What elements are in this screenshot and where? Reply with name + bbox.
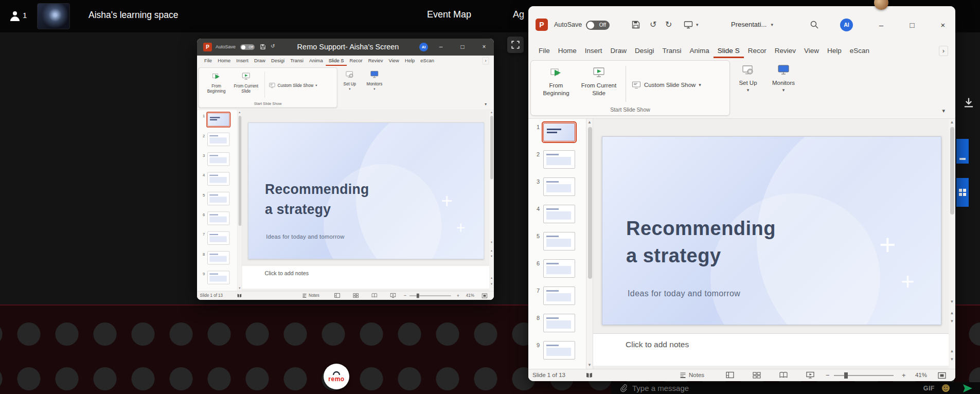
notes-scroll-up[interactable]: ▲ (949, 348, 955, 354)
slide-thumbnail[interactable]: 5 (528, 232, 586, 258)
collapse-ribbon-button[interactable]: ▾ (485, 102, 487, 106)
fit-slide-to-window-button[interactable] (938, 372, 946, 379)
slide-thumbnail-image[interactable] (207, 251, 229, 264)
send-icon[interactable] (963, 384, 973, 393)
scroll-down-icon[interactable]: ▼ (238, 286, 242, 291)
maximize-button[interactable]: □ (453, 39, 472, 56)
set-up-button[interactable]: Set Up ▾ (342, 70, 358, 92)
slide-thumbnail-image[interactable] (543, 341, 575, 360)
slide-thumbnail-image[interactable] (543, 205, 575, 223)
slide-thumbnail[interactable]: 4 (197, 172, 237, 191)
slide-canvas[interactable]: + + Recommending a strategy Ideas for to… (248, 122, 484, 259)
slide-thumbnail-image[interactable] (207, 211, 229, 225)
slide-thumbnail-image[interactable] (207, 113, 229, 127)
slide-thumbnail[interactable]: 3 (197, 152, 237, 171)
zoom-slider-thumb[interactable] (417, 294, 419, 298)
slide-thumbnail[interactable]: 7 (197, 231, 237, 250)
tab-review[interactable]: Reviev (365, 56, 386, 66)
slide-thumbnail[interactable]: 9 (197, 271, 237, 290)
save-icon[interactable] (631, 20, 640, 29)
tab-record[interactable]: Recor (347, 56, 365, 66)
minimize-button[interactable]: – (869, 6, 894, 44)
scroll-up-icon[interactable]: ▲ (238, 110, 242, 115)
gif-button[interactable]: GIF (923, 385, 935, 392)
thumbnail-scrollbar[interactable]: ▲ ▼ (238, 110, 242, 291)
slideshow-view-button[interactable] (806, 371, 814, 379)
slide-thumbnail[interactable]: 3 (528, 177, 586, 203)
slide-thumbnail[interactable]: 6 (528, 259, 586, 285)
tab-view[interactable]: View (386, 56, 402, 66)
slide-thumbnail[interactable]: 8 (197, 251, 237, 270)
slide-thumbnail[interactable]: 2 (197, 133, 237, 151)
powerpoint-app-icon[interactable]: P (203, 43, 212, 51)
slide-thumbnail[interactable]: 1 (528, 123, 586, 149)
zoom-out-button[interactable]: − (826, 371, 830, 379)
previous-slide-button[interactable]: ▲ (949, 310, 955, 316)
notes-toggle-button[interactable]: Notes (680, 372, 704, 378)
scrollbar-thumb[interactable] (588, 127, 592, 279)
zoom-slider-thumb[interactable] (844, 372, 848, 379)
scroll-up-icon[interactable]: ▲ (489, 110, 494, 115)
document-title[interactable]: Presentati... ▾ (731, 21, 773, 28)
slide-thumbnail-image[interactable] (543, 150, 575, 169)
notes-pane[interactable]: Click to add notes (242, 265, 489, 289)
autosave-toggle[interactable]: Off (586, 21, 610, 30)
tab-home[interactable]: Home (554, 44, 581, 58)
set-up-button[interactable]: Set Up ▾ (736, 63, 760, 94)
autosave-toggle[interactable]: Off (240, 44, 255, 50)
tab-animations[interactable]: Anima (306, 56, 326, 66)
space-thumbnail-image[interactable] (37, 3, 70, 29)
slide-thumbnail-image[interactable] (543, 123, 575, 141)
slide-thumbnail-image[interactable] (207, 152, 229, 166)
tab-draw[interactable]: Draw (251, 56, 268, 66)
nav-agenda[interactable]: Ag (513, 9, 524, 20)
scroll-down-icon[interactable]: ▼ (586, 362, 593, 368)
tab-file[interactable]: File (201, 56, 215, 66)
scroll-up-icon[interactable]: ▲ (586, 119, 593, 126)
redo-button[interactable]: ↻ (665, 20, 672, 30)
slide-thumbnail-image[interactable] (543, 232, 575, 250)
close-button[interactable]: × (475, 39, 493, 56)
slide-thumbnail[interactable]: 9 (528, 341, 586, 367)
download-icon[interactable] (961, 96, 976, 111)
slide-thumbnail[interactable]: 8 (528, 314, 586, 339)
expand-screenshare-button[interactable] (507, 37, 524, 53)
more-tabs-button[interactable]: › (483, 57, 489, 64)
next-slide-button[interactable]: ▼ (949, 318, 955, 325)
scrollbar-thumb[interactable] (950, 127, 954, 214)
tab-insert[interactable]: Insert (234, 56, 252, 66)
slide-thumbnail-image[interactable] (543, 286, 575, 305)
monitors-button[interactable]: Monitors ▾ (767, 63, 800, 94)
close-button[interactable]: × (931, 6, 955, 44)
chevron-down-icon[interactable]: ▾ (696, 22, 699, 27)
slide-thumbnail-image[interactable] (207, 231, 229, 245)
slide-thumbnail[interactable]: 6 (197, 211, 237, 230)
search-icon[interactable] (810, 20, 819, 29)
nav-event-map[interactable]: Event Map (427, 9, 471, 20)
tab-review[interactable]: Reviev (771, 44, 800, 58)
scroll-down-icon[interactable]: ▼ (949, 299, 955, 305)
scroll-down-icon[interactable]: ▼ (489, 240, 494, 245)
collapse-ribbon-button[interactable]: ▾ (942, 108, 945, 114)
slideshow-view-button[interactable] (390, 293, 396, 298)
scroll-up-icon[interactable]: ▲ (949, 119, 955, 126)
tab-home[interactable]: Home (215, 56, 234, 66)
slide-thumbnail-image[interactable] (543, 177, 575, 196)
tab-insert[interactable]: Insert (581, 44, 607, 58)
slide-thumbnail[interactable]: 7 (528, 286, 586, 312)
next-slide-button[interactable]: ▼ (489, 255, 494, 259)
accessibility-book-icon[interactable] (586, 372, 593, 378)
zoom-in-button[interactable]: + (902, 371, 906, 379)
save-icon[interactable] (260, 44, 266, 50)
slide-title[interactable]: Recommending a strategy (626, 215, 776, 270)
reading-view-button[interactable] (779, 371, 788, 379)
undo-button[interactable]: ↺ (271, 43, 275, 49)
from-current-slide-button[interactable]: From Current Slide (231, 71, 260, 94)
tab-escan[interactable]: eScan (418, 56, 437, 66)
notes-scroll-down[interactable]: ▼ (949, 356, 955, 363)
slide-thumbnail-image[interactable] (207, 192, 229, 205)
slide-thumbnail[interactable]: 5 (197, 192, 237, 210)
tab-transitions[interactable]: Transi (658, 44, 686, 58)
slide-thumbnail[interactable]: 4 (528, 205, 586, 230)
attachment-icon[interactable] (619, 384, 628, 392)
